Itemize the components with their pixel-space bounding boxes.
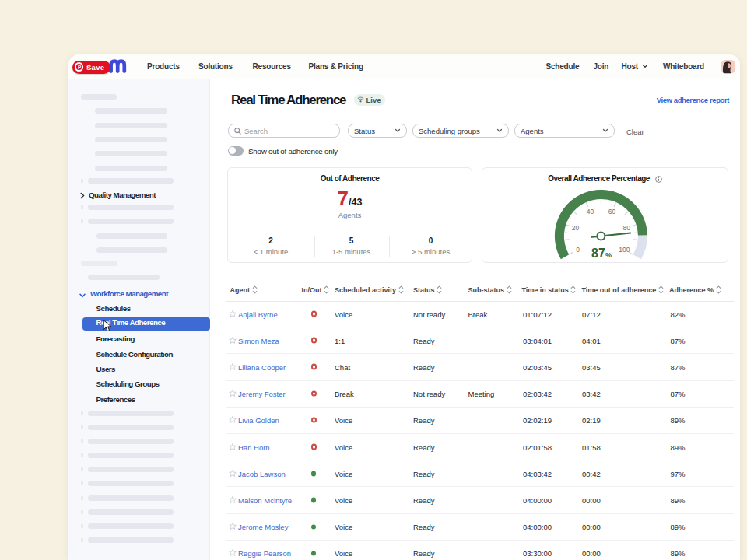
svg-text:0: 0 — [576, 246, 580, 254]
svg-text:60: 60 — [608, 208, 616, 215]
svg-text:40: 40 — [587, 208, 594, 215]
svg-text:100: 100 — [619, 246, 630, 254]
svg-text:87%: 87% — [591, 247, 612, 260]
svg-text:20: 20 — [572, 224, 580, 232]
svg-text:80: 80 — [622, 224, 630, 232]
